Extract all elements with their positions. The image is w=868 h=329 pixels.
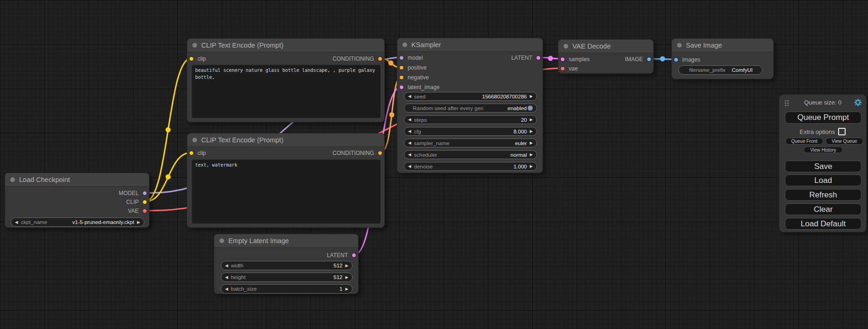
increment-arrow-icon[interactable]: ▶: [345, 264, 348, 268]
input-port-latent-image[interactable]: [399, 85, 404, 90]
node-load-checkpoint[interactable]: Load Checkpoint MODEL CLIP VAE ◀ ckpt_na…: [5, 173, 149, 228]
node-graph-canvas[interactable]: Load Checkpoint MODEL CLIP VAE ◀ ckpt_na…: [0, 0, 868, 329]
output-port-latent[interactable]: [536, 56, 541, 60]
increment-arrow-icon[interactable]: ▶: [345, 287, 348, 291]
collapse-dot-icon[interactable]: [402, 42, 407, 47]
output-port-conditioning[interactable]: [378, 151, 382, 155]
negative-prompt-textarea[interactable]: text, watermark: [192, 160, 381, 224]
output-port-vae[interactable]: [142, 209, 147, 213]
input-port-samples[interactable]: [560, 57, 565, 62]
queue-front-button[interactable]: Queue Front: [785, 138, 823, 145]
increment-arrow-icon[interactable]: ▶: [529, 153, 533, 157]
collapse-dot-icon[interactable]: [677, 43, 682, 48]
settings-gear-icon[interactable]: [854, 98, 862, 106]
cfg-widget[interactable]: ◀ cfg 8.000 ▶: [404, 127, 537, 136]
increment-arrow-icon[interactable]: ▶: [529, 94, 533, 98]
scheduler-widget[interactable]: ◀ scheduler normal ▶: [404, 150, 537, 159]
output-port-latent[interactable]: [352, 253, 356, 258]
node-title: CLIP Text Encode (Prompt): [201, 136, 283, 144]
input-port-vae[interactable]: [560, 66, 565, 71]
node-clip-text-encode-negative[interactable]: CLIP Text Encode (Prompt) clip CONDITION…: [187, 133, 385, 228]
collapse-dot-icon[interactable]: [192, 138, 197, 142]
load-button[interactable]: Load: [785, 175, 861, 186]
node-vae-decode[interactable]: VAE Decode samples vae IMAGE: [558, 39, 654, 74]
input-port-positive[interactable]: [399, 65, 404, 70]
collapse-dot-icon[interactable]: [192, 43, 197, 48]
link-dot-clip-positive[interactable]: [166, 127, 171, 133]
link-dot-latent[interactable]: [548, 56, 553, 61]
decrement-arrow-icon[interactable]: ◀: [408, 94, 411, 98]
node-title-bar[interactable]: VAE Decode: [558, 40, 653, 53]
decrement-arrow-icon[interactable]: ◀: [225, 275, 228, 280]
node-empty-latent-image[interactable]: Empty Latent Image LATENT ◀ width 512 ▶ …: [214, 234, 359, 294]
queue-panel[interactable]: Queue size: 0 Queue Prompt Extra options…: [779, 94, 867, 232]
node-clip-text-encode-positive[interactable]: CLIP Text Encode (Prompt) clip CONDITION…: [187, 38, 385, 122]
filename-prefix-widget[interactable]: filename_prefix ComfyUI: [678, 65, 762, 75]
queue-prompt-button[interactable]: Queue Prompt: [785, 112, 861, 124]
clear-button[interactable]: Clear: [785, 203, 861, 215]
denoise-widget[interactable]: ◀ denoise 1.000 ▶: [404, 162, 537, 171]
view-queue-button[interactable]: View Queue: [826, 138, 863, 145]
positive-prompt-textarea[interactable]: beautiful scenery nature glass bottle la…: [192, 65, 381, 118]
node-title-bar[interactable]: Save Image: [672, 39, 773, 52]
link-dot-conditioning-negative[interactable]: [389, 112, 395, 118]
decrement-arrow-icon[interactable]: ◀: [408, 164, 411, 168]
ckpt-name-widget[interactable]: ◀ ckpt_name v1-5-pruned-emaonly.ckpt ▶: [11, 217, 144, 227]
node-title-bar[interactable]: Empty Latent Image: [214, 234, 358, 248]
extra-options-checkbox[interactable]: [838, 128, 846, 135]
output-label-vae: VAE: [128, 208, 139, 214]
output-port-conditioning[interactable]: [378, 56, 382, 61]
node-title-bar[interactable]: Load Checkpoint: [5, 173, 149, 187]
steps-widget[interactable]: ◀ steps 20 ▶: [404, 115, 537, 124]
collapse-dot-icon[interactable]: [564, 44, 568, 49]
sampler-name-widget[interactable]: ◀ sampler_name euler ▶: [404, 139, 537, 147]
decrement-arrow-icon[interactable]: ◀: [225, 264, 228, 268]
random-seed-toggle-widget[interactable]: Random seed after every gen enabled: [404, 104, 537, 112]
decrement-arrow-icon[interactable]: ◀: [408, 129, 411, 133]
node-save-image[interactable]: Save Image images filename_prefix ComfyU…: [671, 38, 774, 79]
batch-size-widget[interactable]: ◀ batch_size 1 ▶: [221, 284, 353, 294]
widget-value: euler: [515, 140, 527, 146]
node-title-bar[interactable]: KSampler: [397, 38, 543, 52]
node-ksampler[interactable]: KSampler model positive negative latent_…: [397, 38, 543, 173]
decrement-arrow-icon[interactable]: ◀: [225, 287, 228, 291]
decrement-arrow-icon[interactable]: ◀: [408, 118, 411, 122]
input-port-negative[interactable]: [399, 75, 404, 80]
input-port-images[interactable]: [674, 57, 678, 62]
node-title-bar[interactable]: CLIP Text Encode (Prompt): [187, 133, 384, 147]
extra-options-label: Extra options: [800, 128, 835, 135]
output-port-model[interactable]: [142, 191, 147, 196]
refresh-button[interactable]: Refresh: [785, 189, 861, 201]
width-widget[interactable]: ◀ width 512 ▶: [221, 261, 353, 270]
increment-arrow-icon[interactable]: ▶: [529, 118, 533, 122]
save-button[interactable]: Save: [785, 161, 861, 172]
seed-widget[interactable]: ◀ seed 156680208700286 ▶: [404, 92, 537, 101]
input-port-model[interactable]: [399, 56, 404, 60]
load-default-button[interactable]: Load Default: [785, 218, 861, 230]
input-label-vae: vae: [569, 65, 578, 72]
decrement-arrow-icon[interactable]: ◀: [15, 220, 18, 224]
output-port-clip[interactable]: [142, 200, 147, 204]
decrement-arrow-icon[interactable]: ◀: [408, 153, 411, 157]
output-label-conditioning: CONDITIONING: [332, 56, 374, 62]
input-label-images: images: [682, 56, 700, 63]
link-dot-image[interactable]: [660, 56, 665, 62]
height-widget[interactable]: ◀ height 512 ▶: [221, 273, 353, 282]
output-port-image[interactable]: [647, 57, 651, 62]
increment-arrow-icon[interactable]: ▶: [529, 141, 533, 145]
input-port-clip[interactable]: [189, 56, 194, 61]
node-title-bar[interactable]: CLIP Text Encode (Prompt): [187, 39, 384, 52]
collapse-dot-icon[interactable]: [10, 177, 15, 182]
node-title: CLIP Text Encode (Prompt): [201, 42, 283, 49]
increment-arrow-icon[interactable]: ▶: [345, 275, 348, 280]
increment-arrow-icon[interactable]: ▶: [137, 220, 140, 224]
link-dot-conditioning-positive[interactable]: [388, 61, 394, 66]
increment-arrow-icon[interactable]: ▶: [529, 164, 533, 168]
collapse-dot-icon[interactable]: [219, 238, 224, 243]
decrement-arrow-icon[interactable]: ◀: [408, 141, 411, 145]
increment-arrow-icon[interactable]: ▶: [529, 129, 533, 133]
view-history-button[interactable]: View History: [804, 147, 843, 153]
link-dot-clip-negative[interactable]: [166, 175, 171, 180]
input-port-clip[interactable]: [189, 151, 194, 155]
toggle-knob-icon[interactable]: [528, 105, 533, 111]
